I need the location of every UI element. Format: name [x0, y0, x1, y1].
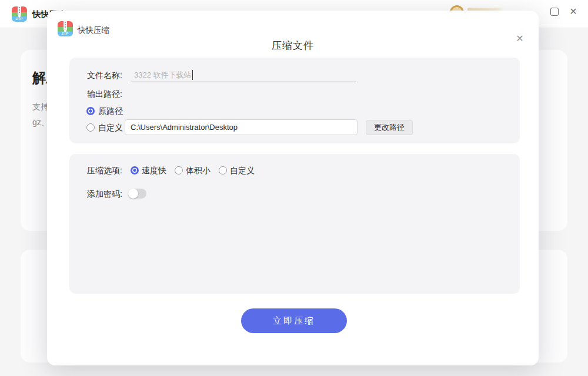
zip-text: ZIP — [12, 16, 27, 21]
zipper-icon — [64, 21, 67, 31]
compress-options-section — [69, 154, 520, 294]
radio-custom-path[interactable] — [86, 123, 95, 132]
radio-fast-speed[interactable] — [131, 166, 139, 174]
radio-original-path-label[interactable]: 原路径 — [98, 106, 123, 117]
dialog-title: 压缩文件 — [47, 39, 539, 52]
dialog-app-title: 快快压缩 — [78, 25, 109, 36]
password-toggle[interactable] — [128, 189, 146, 199]
supported-formats-line1: 支持 — [32, 102, 49, 112]
compress-now-button[interactable]: 立即压缩 — [241, 308, 347, 333]
radio-custom-compress[interactable] — [219, 166, 227, 174]
radio-custom-path-label[interactable]: 自定义 — [98, 123, 123, 133]
text-caret — [192, 70, 193, 80]
radio-fast-speed-label[interactable]: 速度快 — [142, 166, 166, 176]
add-password-label: 添加密码: — [87, 189, 122, 200]
radio-small-size-label[interactable]: 体积小 — [186, 166, 211, 176]
file-name-input[interactable]: 3322 软件下载站 — [131, 68, 356, 82]
compress-options-label: 压缩选项: — [87, 166, 122, 176]
radio-small-size[interactable] — [175, 166, 183, 174]
maximize-button[interactable] — [550, 8, 559, 16]
toggle-knob — [128, 189, 138, 199]
file-name-label: 文件名称: — [87, 70, 122, 81]
close-window-button[interactable]: ✕ — [567, 5, 580, 19]
output-path-label: 输出路径: — [87, 89, 122, 100]
zipper-icon — [18, 6, 21, 16]
radio-custom-compress-label[interactable]: 自定义 — [230, 166, 255, 176]
radio-original-path[interactable] — [86, 107, 95, 115]
change-path-button[interactable]: 更改路径 — [366, 120, 413, 135]
custom-path-input[interactable]: C:\Users\Administrator\Desktop — [125, 119, 358, 135]
app-zip-icon: ZIP — [12, 6, 27, 22]
compress-dialog: ZIP 快快压缩 ✕ 压缩文件 文件名称: 3322 软件下载站 输出路径: 原… — [47, 11, 539, 365]
file-name-placeholder: 3322 软件下载站 — [134, 68, 192, 82]
zip-text: ZIP — [58, 31, 73, 36]
dialog-app-zip-icon: ZIP — [58, 21, 73, 36]
